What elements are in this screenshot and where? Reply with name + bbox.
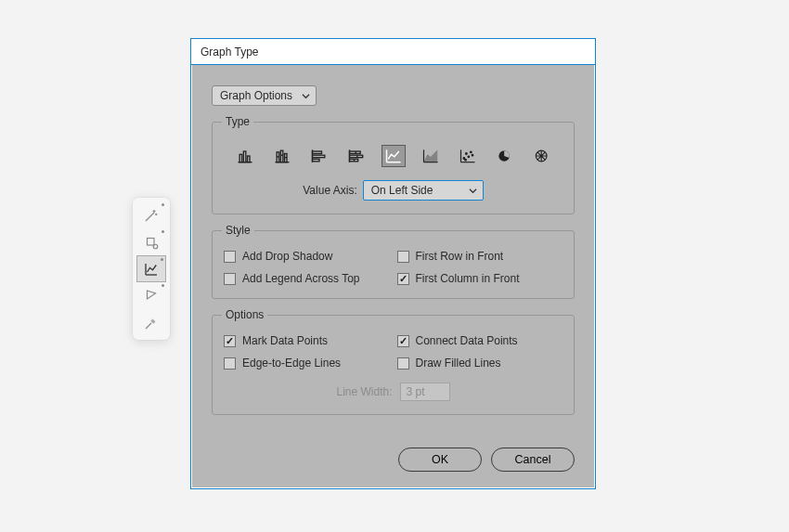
dialog-body: Graph Options Type bbox=[191, 65, 595, 448]
checkbox-box bbox=[224, 251, 236, 263]
graph-type-dialog: Graph Type Graph Options Type bbox=[190, 38, 596, 489]
tool-palette bbox=[133, 198, 170, 340]
value-axis-value: On Left Side bbox=[371, 184, 433, 197]
checkbox-box bbox=[224, 357, 236, 370]
value-axis-row: Value Axis: On Left Side bbox=[224, 180, 563, 201]
checkbox-box bbox=[397, 251, 409, 263]
value-axis-label: Value Axis: bbox=[303, 184, 356, 197]
button-label: OK bbox=[432, 453, 448, 466]
style-legend: Style bbox=[222, 224, 254, 237]
svg-rect-6 bbox=[280, 150, 283, 162]
radar-graph-icon[interactable] bbox=[530, 145, 554, 167]
options-section: Options Mark Data Points Connect Data Po… bbox=[212, 308, 575, 415]
checkbox-label: First Row in Front bbox=[416, 250, 504, 263]
tool-crop-icon[interactable] bbox=[136, 228, 166, 255]
style-section: Style Add Drop Shadow First Row in Front… bbox=[212, 224, 575, 299]
svg-point-14 bbox=[463, 158, 465, 160]
checkbox-label: Edge-to-Edge Lines bbox=[242, 357, 341, 370]
svg-rect-2 bbox=[239, 154, 242, 162]
column-graph-icon[interactable] bbox=[233, 145, 257, 167]
scatter-graph-icon[interactable] bbox=[456, 145, 480, 167]
tool-eyedropper-icon[interactable] bbox=[136, 309, 166, 336]
checkbox-box bbox=[397, 357, 409, 370]
svg-point-19 bbox=[464, 159, 466, 161]
line-width-input: 3 pt bbox=[400, 383, 450, 401]
graph-options-dropdown[interactable]: Graph Options bbox=[212, 85, 317, 106]
checkbox-label: Add Drop Shadow bbox=[242, 250, 332, 263]
tool-magic-wand-icon[interactable] bbox=[136, 201, 166, 228]
line-width-value: 3 pt bbox=[407, 385, 425, 398]
checkbox-box bbox=[397, 335, 409, 347]
checkbox-box bbox=[397, 273, 409, 285]
checkbox-box bbox=[224, 273, 236, 285]
svg-point-15 bbox=[465, 153, 467, 155]
graph-type-icons bbox=[224, 141, 563, 176]
checkbox-first-column-front[interactable]: First Column in Front bbox=[397, 272, 563, 285]
checkbox-label: First Column in Front bbox=[416, 272, 520, 285]
svg-point-18 bbox=[472, 154, 473, 156]
svg-rect-10 bbox=[312, 159, 319, 162]
area-graph-icon[interactable] bbox=[419, 145, 443, 167]
line-width-label: Line Width: bbox=[336, 385, 392, 398]
line-graph-icon[interactable] bbox=[382, 145, 406, 167]
line-width-row: Line Width: 3 pt bbox=[224, 383, 563, 401]
svg-rect-4 bbox=[247, 156, 250, 162]
chevron-down-icon bbox=[469, 187, 477, 195]
svg-rect-11 bbox=[349, 151, 360, 154]
checkbox-mark-data-points[interactable]: Mark Data Points bbox=[224, 334, 390, 347]
svg-point-17 bbox=[470, 151, 472, 153]
svg-rect-12 bbox=[349, 155, 362, 158]
cancel-button[interactable]: Cancel bbox=[491, 448, 575, 472]
tool-line-graph-icon[interactable] bbox=[136, 255, 166, 282]
dialog-titlebar[interactable]: Graph Type bbox=[191, 39, 595, 65]
checkbox-label: Connect Data Points bbox=[416, 334, 518, 347]
checkbox-connect-data-points[interactable]: Connect Data Points bbox=[397, 334, 563, 347]
svg-rect-0 bbox=[148, 238, 155, 245]
button-label: Cancel bbox=[515, 453, 551, 466]
pie-graph-icon[interactable] bbox=[493, 145, 517, 167]
svg-point-1 bbox=[153, 244, 158, 249]
svg-rect-8 bbox=[312, 151, 321, 154]
checkbox-box bbox=[224, 335, 236, 347]
options-legend: Options bbox=[222, 308, 267, 321]
svg-rect-3 bbox=[243, 151, 246, 162]
dialog-buttons: OK Cancel bbox=[191, 448, 595, 488]
stacked-bar-graph-icon[interactable] bbox=[344, 145, 369, 167]
checkbox-edge-to-edge-lines[interactable]: Edge-to-Edge Lines bbox=[224, 357, 390, 370]
svg-rect-9 bbox=[312, 155, 324, 158]
checkbox-label: Mark Data Points bbox=[242, 334, 328, 347]
tool-slice-icon[interactable] bbox=[136, 282, 166, 309]
dialog-title: Graph Type bbox=[200, 45, 258, 58]
dropdown-label: Graph Options bbox=[220, 89, 292, 102]
checkbox-add-drop-shadow[interactable]: Add Drop Shadow bbox=[224, 250, 390, 263]
checkbox-draw-filled-lines[interactable]: Draw Filled Lines bbox=[397, 357, 563, 370]
bar-graph-icon[interactable] bbox=[307, 145, 331, 167]
checkbox-label: Add Legend Across Top bbox=[242, 272, 360, 285]
checkbox-label: Draw Filled Lines bbox=[416, 357, 501, 370]
type-legend: Type bbox=[222, 115, 253, 128]
checkbox-first-row-front[interactable]: First Row in Front bbox=[397, 250, 563, 263]
chevron-down-icon bbox=[302, 92, 310, 100]
value-axis-select[interactable]: On Left Side bbox=[363, 180, 484, 201]
checkbox-add-legend-across-top[interactable]: Add Legend Across Top bbox=[224, 272, 390, 285]
ok-button[interactable]: OK bbox=[398, 448, 482, 472]
type-section: Type bbox=[212, 115, 575, 214]
svg-point-16 bbox=[468, 156, 470, 158]
stacked-column-graph-icon[interactable] bbox=[270, 145, 294, 167]
